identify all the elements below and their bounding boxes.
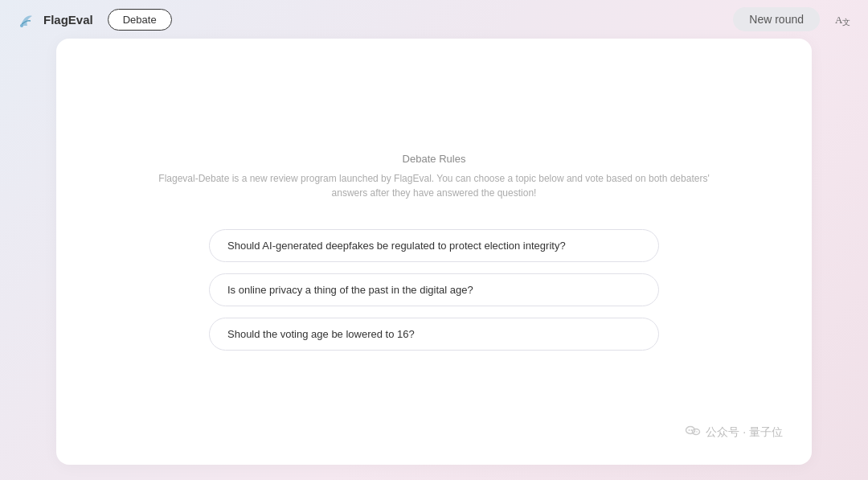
header-right: New round A 文 (733, 7, 852, 31)
svg-point-4 (693, 429, 700, 435)
header: FlagEval Debate New round A 文 (0, 0, 868, 39)
translate-icon[interactable]: A 文 (833, 10, 852, 29)
svg-point-7 (694, 431, 696, 433)
topics-list: Should AI-generated deepfakes be regulat… (209, 229, 659, 351)
logo-text: FlagEval (43, 13, 93, 27)
topic-item-1[interactable]: Should AI-generated deepfakes be regulat… (209, 229, 659, 262)
logo-area: FlagEval Debate (16, 8, 172, 31)
svg-point-8 (697, 431, 698, 433)
watermark-text: 公众号 · 量子位 (706, 425, 783, 440)
main-wrapper: Debate Rules Flageval-Debate is a new re… (0, 39, 868, 480)
rules-section: Debate Rules Flageval-Debate is a new re… (153, 153, 715, 200)
rules-description: Flageval-Debate is a new review program … (153, 171, 715, 200)
wechat-icon (685, 423, 701, 442)
rules-title: Debate Rules (153, 153, 715, 165)
svg-point-6 (691, 429, 693, 431)
svg-point-0 (20, 24, 23, 27)
svg-text:文: 文 (842, 18, 850, 27)
content-card: Debate Rules Flageval-Debate is a new re… (56, 39, 812, 465)
watermark: 公众号 · 量子位 (685, 423, 783, 442)
flageval-logo-icon (16, 8, 39, 31)
new-round-button[interactable]: New round (733, 7, 820, 31)
debate-button[interactable]: Debate (108, 9, 172, 31)
topic-item-3[interactable]: Should the voting age be lowered to 16? (209, 318, 659, 351)
topic-item-2[interactable]: Is online privacy a thing of the past in… (209, 273, 659, 306)
svg-point-5 (689, 429, 690, 431)
